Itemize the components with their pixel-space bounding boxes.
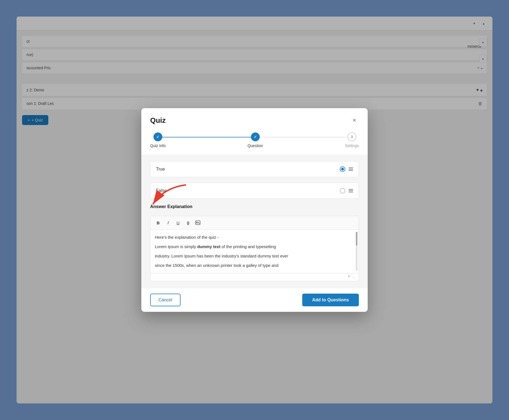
stepper-fill xyxy=(162,137,254,137)
step-quiz-info: ✓ Quiz Info xyxy=(150,132,166,148)
editor-line2: Lorem Ipsum is simply dummy text of the … xyxy=(155,243,354,250)
step-settings: 3 Settings xyxy=(345,132,359,148)
cancel-button[interactable]: Cancel xyxy=(150,294,181,306)
step-2-circle: ✓ xyxy=(251,132,260,141)
stepper: ✓ Quiz Info ✓ Question 3 Settings xyxy=(150,132,359,155)
modal-overlay: Quiz × ✓ Quiz Info ✓ Question xyxy=(0,0,509,420)
modal-title-row: Quiz × xyxy=(150,116,359,125)
image-icon xyxy=(195,220,200,225)
explanation-label-container: Answer Explanation xyxy=(150,204,359,212)
answer-true[interactable]: True xyxy=(150,161,359,177)
editor-tag: P xyxy=(348,275,350,280)
step-question: ✓ Question xyxy=(248,132,263,148)
editor-content-wrapper: Here's the explanation of the quiz - Lor… xyxy=(150,230,359,273)
italic-button[interactable]: I xyxy=(164,219,172,227)
explanation-label-row: Answer Explanation xyxy=(150,204,359,212)
drag-false-icon[interactable] xyxy=(349,189,353,192)
step-3-circle: 3 xyxy=(348,132,356,141)
explanation-section: Answer Explanation xyxy=(150,204,359,281)
editor-line4: since the 1500s, when an unknown printer… xyxy=(155,262,354,269)
answer-true-controls xyxy=(340,166,353,172)
editor-line3: industry. Lorem Ipsum has been the indus… xyxy=(155,253,354,259)
modal-footer: Cancel Add to Questions xyxy=(141,288,368,312)
editor-content-area[interactable]: Here's the explanation of the quiz - Lor… xyxy=(150,230,359,273)
editor-footer: P ⋱ xyxy=(150,273,359,281)
answer-false-controls xyxy=(340,188,353,193)
step-2-label: Question xyxy=(248,143,263,148)
step-3-label: Settings xyxy=(345,143,359,148)
explanation-label: Answer Explanation xyxy=(150,204,192,209)
code-button[interactable]: {} xyxy=(184,219,192,227)
image-button[interactable] xyxy=(194,219,202,227)
radio-false[interactable] xyxy=(340,188,345,193)
modal-title: Quiz xyxy=(150,116,166,125)
editor-line1: Here's the explanation of the quiz - xyxy=(155,234,354,241)
add-to-questions-button[interactable]: Add to Questions xyxy=(302,294,359,306)
editor-scrollbar xyxy=(356,232,357,271)
explanation-editor[interactable]: B I U {} xyxy=(150,216,359,281)
modal-header: Quiz × ✓ Quiz Info ✓ Question xyxy=(141,108,368,155)
answer-true-label: True xyxy=(156,167,165,172)
editor-resize-icon: ⋱ xyxy=(351,275,356,280)
quiz-modal: Quiz × ✓ Quiz Info ✓ Question xyxy=(141,108,368,312)
bold-button[interactable]: B xyxy=(154,219,162,227)
editor-toolbar: B I U {} xyxy=(150,216,359,230)
step-1-circle: ✓ xyxy=(153,132,162,141)
drag-true-icon[interactable] xyxy=(349,168,353,171)
answer-false[interactable]: False xyxy=(150,183,359,199)
editor-scrollbar-thumb xyxy=(356,232,357,246)
underline-button[interactable]: U xyxy=(174,219,182,227)
step-1-label: Quiz Info xyxy=(150,143,166,148)
radio-true[interactable] xyxy=(340,166,345,172)
close-button[interactable]: × xyxy=(350,116,359,125)
answer-false-label: False xyxy=(156,188,167,193)
modal-body: True False xyxy=(141,155,368,288)
